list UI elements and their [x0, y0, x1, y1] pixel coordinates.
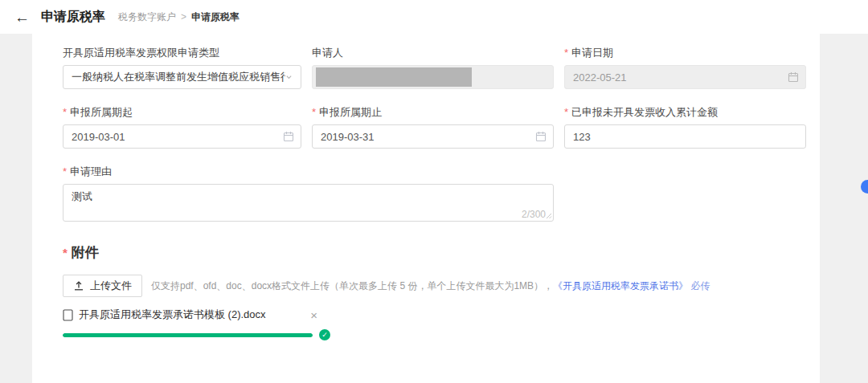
upload-file-button[interactable]: 上传文件	[63, 275, 142, 297]
reason-textarea[interactable]: 测试	[63, 184, 554, 222]
required-asterisk: *	[63, 106, 67, 119]
field-reason: * 申请理由 测试 2/300	[63, 165, 554, 225]
amount-input[interactable]	[564, 124, 806, 149]
attachment-heading: * 附件	[63, 243, 806, 262]
progress-fill	[63, 333, 313, 337]
file-name: 开具原适用税率发票承诺书模板 (2).docx	[79, 308, 310, 322]
chevron-down-icon	[285, 73, 293, 81]
field-apply-date: * 申请日期 2022-05-21	[564, 47, 806, 89]
back-button[interactable]: ←	[14, 10, 30, 25]
apply-date-label: * 申请日期	[564, 47, 806, 59]
upload-hint: 仅支持pdf、ofd、doc、docx格式文件上传（单次最多上传 5 份，单个上…	[151, 279, 710, 293]
required-asterisk: *	[63, 246, 68, 259]
upload-hint-required: 必传	[690, 280, 710, 291]
breadcrumb-parent[interactable]: 税务数字账户	[118, 10, 176, 24]
period-start-wrap	[63, 124, 301, 149]
field-apply-type: 开具原适用税率发票权限申请类型 一般纳税人在税率调整前发生增值税应税销售行为..…	[63, 47, 301, 89]
reason-label: * 申请理由	[63, 165, 554, 178]
breadcrumb-separator-icon: >	[181, 11, 186, 22]
required-asterisk: *	[564, 47, 568, 59]
page-title: 申请原税率	[41, 9, 105, 26]
calendar-icon[interactable]	[283, 131, 294, 145]
field-period-start: * 申报所属期起	[63, 106, 301, 149]
period-end-input[interactable]	[312, 124, 554, 149]
file-icon	[63, 309, 73, 321]
apply-type-value: 一般纳税人在税率调整前发生增值税应税销售行为...	[72, 70, 285, 84]
resize-handle-icon[interactable]	[546, 208, 552, 222]
remove-file-icon[interactable]: ×	[310, 309, 317, 321]
page-header: ← 申请原税率 税务数字账户 > 申请原税率	[0, 0, 868, 34]
applicant-input	[312, 65, 554, 89]
commitment-letter-link[interactable]: 《开具原适用税率发票承诺书》	[553, 280, 688, 291]
apply-type-select[interactable]: 一般纳税人在税率调整前发生增值税应税销售行为...	[63, 65, 301, 89]
upload-row: 上传文件 仅支持pdf、ofd、doc、docx格式文件上传（单次最多上传 5 …	[63, 275, 806, 297]
form-card: 开具原适用税率发票权限申请类型 一般纳税人在税率调整前发生增值税应税销售行为..…	[32, 34, 820, 383]
calendar-icon[interactable]	[535, 131, 547, 145]
required-asterisk: *	[312, 106, 316, 119]
field-amount: * 已申报未开具发票收入累计金额	[564, 106, 806, 149]
period-start-label-text: 申报所属期起	[70, 106, 133, 119]
breadcrumb-current: 申请原税率	[191, 10, 240, 24]
apply-type-label: 开具原适用税率发票权限申请类型	[63, 47, 301, 59]
page-background: 开具原适用税率发票权限申请类型 一般纳税人在税率调整前发生增值税应税销售行为..…	[0, 34, 868, 383]
applicant-label-text: 申请人	[312, 47, 343, 59]
amount-label: * 已申报未开具发票收入累计金额	[564, 106, 806, 119]
form-grid: 开具原适用税率发票权限申请类型 一般纳税人在税率调整前发生增值税应税销售行为..…	[63, 47, 806, 225]
apply-type-label-text: 开具原适用税率发票权限申请类型	[63, 47, 219, 59]
field-period-end: * 申报所属期止	[312, 106, 554, 149]
applicant-label: 申请人	[312, 47, 554, 59]
uploaded-file-item: 开具原适用税率发票承诺书模板 (2).docx ×	[63, 308, 317, 322]
redaction-block	[316, 67, 472, 87]
apply-date-label-text: 申请日期	[571, 47, 613, 59]
period-end-wrap	[312, 124, 554, 149]
period-start-input[interactable]	[63, 124, 301, 149]
upload-button-label: 上传文件	[90, 279, 132, 293]
upload-progress: ✓	[63, 329, 806, 340]
required-asterisk: *	[564, 106, 568, 119]
required-asterisk: *	[63, 165, 67, 178]
reason-label-text: 申请理由	[70, 165, 112, 178]
field-applicant: 申请人	[312, 47, 554, 89]
period-end-label: * 申报所属期止	[312, 106, 554, 119]
upload-success-check-icon: ✓	[319, 329, 330, 340]
calendar-icon	[788, 71, 799, 86]
apply-date-wrap: 2022-05-21	[564, 65, 806, 89]
period-start-label: * 申报所属期起	[63, 106, 301, 119]
amount-label-text: 已申报未开具发票收入累计金额	[571, 106, 718, 119]
upload-hint-text: 仅支持pdf、ofd、doc、docx格式文件上传（单次最多上传 5 份，单个上…	[151, 280, 553, 291]
apply-date-input: 2022-05-21	[564, 65, 806, 89]
period-end-label-text: 申报所属期止	[319, 106, 382, 119]
breadcrumb: 税务数字账户 > 申请原税率	[118, 10, 240, 24]
upload-icon	[73, 280, 84, 291]
attachment-heading-text: 附件	[72, 243, 99, 262]
progress-track	[63, 333, 313, 337]
